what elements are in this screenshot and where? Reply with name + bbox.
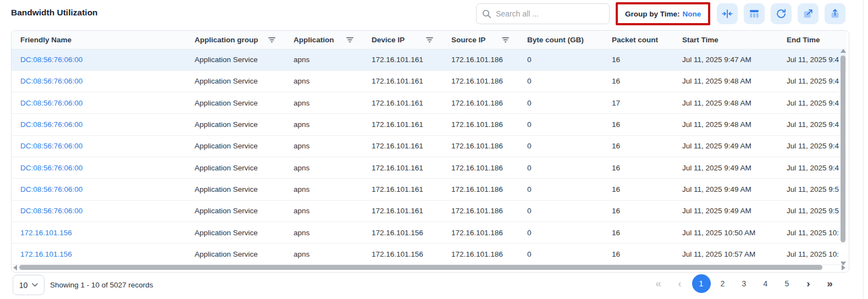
cell-application-group: Application Service	[186, 222, 285, 243]
cell-friendly-name-link[interactable]: DC:08:56:76:06:00	[12, 92, 186, 114]
cell-application-group: Application Service	[186, 243, 285, 265]
cell-source-ip: 172.16.101.186	[443, 157, 518, 178]
cell-friendly-name-link[interactable]: DC:08:56:76:06:00	[12, 179, 186, 200]
column-header-application-group[interactable]: Application group	[186, 31, 285, 49]
column-header-packet-count[interactable]: Packet count	[603, 31, 673, 49]
table-row[interactable]: DC:08:56:76:06:00 Application Service ap…	[12, 200, 846, 222]
scroll-right-arrow-icon[interactable]	[842, 265, 845, 270]
cell-application: apns	[285, 49, 363, 70]
horizontal-scrollbar-thumb[interactable]	[19, 265, 822, 270]
cell-source-ip: 172.16.101.186	[443, 70, 518, 92]
export-button[interactable]	[825, 3, 845, 24]
cell-start-time: Jul 11, 2025 9:49 AM	[673, 179, 778, 200]
cell-packet-count: 16	[603, 157, 673, 178]
pagination-page-4[interactable]: 4	[755, 274, 776, 294]
pagination-next-button[interactable]: ›	[798, 274, 819, 294]
table-row[interactable]: DC:08:56:76:06:00 Application Service ap…	[12, 70, 846, 92]
cell-byte-count: 0	[518, 200, 603, 222]
cell-end-time: Jul 11, 2025 9:5	[778, 179, 846, 200]
cell-device-ip: 172.16.101.161	[363, 114, 443, 135]
table-row[interactable]: DC:08:56:76:06:00 Application Service ap…	[12, 49, 846, 70]
columns-button[interactable]	[744, 3, 765, 24]
cell-friendly-name-link[interactable]: 172.16.101.156	[12, 222, 186, 243]
column-header-device-ip[interactable]: Device IP	[363, 31, 443, 49]
cell-start-time: Jul 11, 2025 9:49 AM	[673, 157, 778, 178]
cell-application: apns	[285, 243, 363, 265]
open-in-new-window-button[interactable]	[798, 3, 819, 24]
cell-start-time: Jul 11, 2025 9:48 AM	[673, 114, 778, 135]
search-input[interactable]	[496, 9, 604, 18]
table-row[interactable]: DC:08:56:76:06:00 Application Service ap…	[12, 157, 846, 178]
cell-application: apns	[285, 92, 363, 114]
vertical-scrollbar[interactable]	[840, 50, 846, 263]
filter-icon[interactable]	[268, 36, 276, 44]
pagination-page-5[interactable]: 5	[776, 274, 798, 294]
filter-icon[interactable]	[425, 36, 434, 44]
cell-application-group: Application Service	[186, 157, 285, 178]
pagination-last-button[interactable]: »	[819, 274, 841, 294]
cell-source-ip: 172.16.101.186	[443, 135, 518, 157]
pagination-page-1[interactable]: 1	[690, 274, 712, 294]
column-header-source-ip[interactable]: Source IP	[443, 31, 518, 49]
fit-columns-button[interactable]	[717, 3, 738, 24]
group-by-time-button[interactable]: Group by Time: None	[618, 4, 708, 23]
cell-end-time: Jul 11, 2025 9:4	[778, 157, 846, 178]
cell-friendly-name-link[interactable]: DC:08:56:76:06:00	[12, 135, 186, 157]
pagination-first-button[interactable]: «	[648, 274, 669, 294]
cell-packet-count: 16	[603, 70, 673, 92]
group-by-time-label: Group by Time:	[625, 10, 680, 18]
pagination: « ‹ 1 2 3 4 5 › »	[648, 272, 841, 296]
column-header-friendly-name[interactable]: Friendly Name	[12, 31, 186, 49]
table-row[interactable]: 172.16.101.156 Application Service apns …	[12, 243, 846, 265]
group-by-time-annotation-box: Group by Time: None	[616, 2, 710, 25]
table-row[interactable]: DC:08:56:76:06:00 Application Service ap…	[12, 114, 846, 135]
cell-byte-count: 0	[518, 49, 603, 70]
filter-icon[interactable]	[501, 36, 510, 44]
fit-columns-icon	[721, 8, 733, 20]
vertical-scrollbar-thumb[interactable]	[841, 56, 845, 242]
page-size-select[interactable]: 10	[13, 275, 45, 295]
open-in-new-window-icon	[802, 8, 814, 20]
cell-end-time: Jul 11, 2025 9:4	[778, 135, 846, 157]
pagination-page-2[interactable]: 2	[712, 274, 733, 294]
pagination-prev-button[interactable]: ‹	[669, 274, 690, 294]
bandwidth-table-card: Friendly Name Application group Applicat…	[11, 30, 849, 273]
search-box[interactable]	[476, 3, 610, 24]
cell-start-time: Jul 11, 2025 9:49 AM	[673, 200, 778, 222]
cell-start-time: Jul 11, 2025 9:48 AM	[673, 92, 778, 114]
table-row[interactable]: DC:08:56:76:06:00 Application Service ap…	[12, 135, 846, 157]
cell-friendly-name-link[interactable]: DC:08:56:76:06:00	[12, 114, 186, 135]
cell-source-ip: 172.16.101.186	[443, 179, 518, 200]
bandwidth-utilization-page: Bandwidth Utilization Group by Time: Non…	[0, 0, 868, 299]
cell-byte-count: 0	[518, 92, 603, 114]
table-row[interactable]: DC:08:56:76:06:00 Application Service ap…	[12, 92, 846, 114]
cell-friendly-name-link[interactable]: DC:08:56:76:06:00	[12, 200, 186, 222]
cell-application-group: Application Service	[186, 70, 285, 92]
table-row[interactable]: 172.16.101.156 Application Service apns …	[12, 222, 846, 243]
cell-friendly-name-link[interactable]: 172.16.101.156	[12, 243, 186, 265]
column-header-start-time[interactable]: Start Time	[673, 31, 778, 49]
cell-friendly-name-link[interactable]: DC:08:56:76:06:00	[12, 49, 186, 70]
chevron-down-icon	[32, 283, 38, 287]
cell-end-time: Jul 11, 2025 9:4	[778, 114, 846, 135]
cell-application-group: Application Service	[186, 114, 285, 135]
cell-application: apns	[285, 222, 363, 243]
table-row[interactable]: DC:08:56:76:06:00 Application Service ap…	[12, 179, 846, 200]
horizontal-scrollbar[interactable]	[12, 264, 837, 270]
scroll-up-arrow-icon[interactable]	[841, 49, 846, 53]
cell-source-ip: 172.16.101.186	[443, 49, 518, 70]
cell-friendly-name-link[interactable]: DC:08:56:76:06:00	[12, 157, 186, 178]
refresh-button[interactable]	[771, 3, 792, 24]
bandwidth-table: Friendly Name Application group Applicat…	[12, 31, 846, 265]
pagination-page-3[interactable]: 3	[733, 274, 755, 294]
cell-end-time: Jul 11, 2025 9:5	[778, 200, 846, 222]
scroll-left-arrow-icon[interactable]	[13, 265, 17, 270]
filter-icon[interactable]	[346, 36, 354, 44]
cell-device-ip: 172.16.101.156	[363, 243, 443, 265]
column-header-end-time[interactable]: End Time	[778, 31, 846, 49]
cell-source-ip: 172.16.101.186	[443, 114, 518, 135]
column-header-application[interactable]: Application	[285, 31, 363, 49]
cell-friendly-name-link[interactable]: DC:08:56:76:06:00	[12, 70, 186, 92]
right-edge-divider	[863, 0, 864, 299]
column-header-byte-count[interactable]: Byte count (GB)	[518, 31, 603, 49]
